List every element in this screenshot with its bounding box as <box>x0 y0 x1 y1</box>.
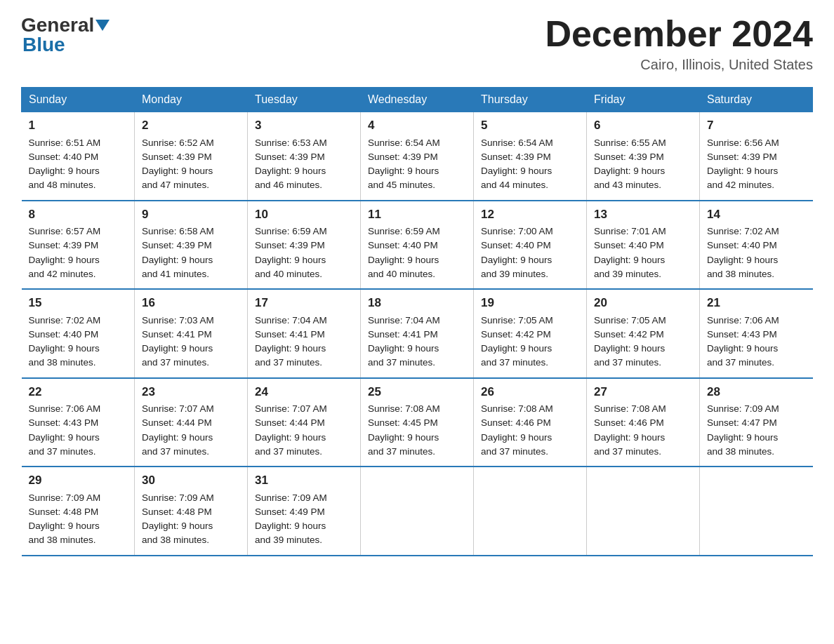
daylight-minutes: and 48 minutes. <box>29 180 96 190</box>
daylight-text: Daylight: 9 hours <box>29 166 100 176</box>
sunset-text: Sunset: 4:39 PM <box>142 152 212 162</box>
day-number: 23 <box>142 383 240 401</box>
daylight-text: Daylight: 9 hours <box>255 432 326 443</box>
daylight-minutes: and 38 minutes. <box>707 269 774 279</box>
sunset-text: Sunset: 4:40 PM <box>368 240 438 250</box>
calendar-cell: 26Sunrise: 7:08 AMSunset: 4:46 PMDayligh… <box>474 378 587 467</box>
daylight-text: Daylight: 9 hours <box>142 432 213 443</box>
calendar-cell: 13Sunrise: 7:01 AMSunset: 4:40 PMDayligh… <box>587 201 700 290</box>
day-number: 7 <box>707 116 806 135</box>
daylight-text: Daylight: 9 hours <box>368 343 439 354</box>
daylight-minutes: and 46 minutes. <box>255 180 322 190</box>
weekday-header-tuesday: Tuesday <box>248 88 361 112</box>
daylight-text: Daylight: 9 hours <box>255 521 326 531</box>
calendar-cell: 16Sunrise: 7:03 AMSunset: 4:41 PMDayligh… <box>135 289 248 378</box>
sunset-text: Sunset: 4:49 PM <box>255 507 325 517</box>
day-number: 12 <box>481 206 579 224</box>
sunset-text: Sunset: 4:39 PM <box>29 240 99 250</box>
sunset-text: Sunset: 4:44 PM <box>142 417 212 428</box>
daylight-text: Daylight: 9 hours <box>142 255 213 265</box>
daylight-minutes: and 38 minutes. <box>142 535 209 545</box>
daylight-text: Daylight: 9 hours <box>594 343 665 354</box>
day-number: 5 <box>481 116 579 135</box>
daylight-text: Daylight: 9 hours <box>255 255 326 265</box>
daylight-text: Daylight: 9 hours <box>29 255 100 265</box>
sunrise-text: Sunrise: 7:04 AM <box>368 315 440 326</box>
daylight-text: Daylight: 9 hours <box>707 255 778 265</box>
daylight-text: Daylight: 9 hours <box>142 166 213 176</box>
day-number: 29 <box>29 471 128 490</box>
day-number: 25 <box>368 383 466 401</box>
calendar-cell: 3Sunrise: 6:53 AMSunset: 4:39 PMDaylight… <box>248 112 361 201</box>
day-number: 19 <box>481 294 579 312</box>
sunset-text: Sunset: 4:39 PM <box>707 152 777 162</box>
daylight-text: Daylight: 9 hours <box>29 521 100 531</box>
daylight-minutes: and 37 minutes. <box>255 446 322 457</box>
calendar-cell: 9Sunrise: 6:58 AMSunset: 4:39 PMDaylight… <box>135 201 248 290</box>
day-number: 24 <box>255 383 353 401</box>
daylight-text: Daylight: 9 hours <box>29 343 100 354</box>
daylight-minutes: and 37 minutes. <box>368 446 435 457</box>
daylight-text: Daylight: 9 hours <box>481 166 552 176</box>
weekday-header-friday: Friday <box>587 88 700 112</box>
sunrise-text: Sunrise: 7:03 AM <box>142 315 214 326</box>
calendar-cell: 7Sunrise: 6:56 AMSunset: 4:39 PMDaylight… <box>700 112 813 201</box>
calendar-cell: 14Sunrise: 7:02 AMSunset: 4:40 PMDayligh… <box>700 201 813 290</box>
calendar-cell: 11Sunrise: 6:59 AMSunset: 4:40 PMDayligh… <box>361 201 474 290</box>
daylight-minutes: and 37 minutes. <box>481 357 548 368</box>
sunrise-text: Sunrise: 6:57 AM <box>29 226 101 236</box>
calendar-cell: 22Sunrise: 7:06 AMSunset: 4:43 PMDayligh… <box>22 378 135 467</box>
calendar-cell <box>587 467 700 556</box>
day-number: 18 <box>368 294 466 312</box>
sunrise-text: Sunrise: 6:55 AM <box>594 137 666 148</box>
daylight-text: Daylight: 9 hours <box>481 343 552 354</box>
calendar-cell: 17Sunrise: 7:04 AMSunset: 4:41 PMDayligh… <box>248 289 361 378</box>
sunset-text: Sunset: 4:41 PM <box>368 329 438 340</box>
calendar-cell: 15Sunrise: 7:02 AMSunset: 4:40 PMDayligh… <box>22 289 135 378</box>
daylight-minutes: and 37 minutes. <box>481 446 548 457</box>
daylight-text: Daylight: 9 hours <box>481 432 552 443</box>
daylight-minutes: and 37 minutes. <box>142 357 209 368</box>
calendar-cell: 5Sunrise: 6:54 AMSunset: 4:39 PMDaylight… <box>474 112 587 201</box>
sunrise-text: Sunrise: 7:07 AM <box>142 403 214 414</box>
daylight-minutes: and 44 minutes. <box>481 180 548 190</box>
calendar-cell: 20Sunrise: 7:05 AMSunset: 4:42 PMDayligh… <box>587 289 700 378</box>
daylight-minutes: and 40 minutes. <box>255 269 322 279</box>
calendar-cell: 27Sunrise: 7:08 AMSunset: 4:46 PMDayligh… <box>587 378 700 467</box>
sunset-text: Sunset: 4:39 PM <box>594 152 664 162</box>
month-title: December 2024 <box>545 14 813 54</box>
day-number: 6 <box>594 116 692 135</box>
daylight-minutes: and 37 minutes. <box>29 446 96 457</box>
page-header: General Blue December 2024 Cairo, Illino… <box>21 14 813 73</box>
daylight-text: Daylight: 9 hours <box>368 432 439 443</box>
calendar-table: SundayMondayTuesdayWednesdayThursdayFrid… <box>21 87 813 556</box>
sunrise-text: Sunrise: 6:54 AM <box>481 137 553 148</box>
sunrise-text: Sunrise: 7:09 AM <box>707 403 779 414</box>
day-number: 2 <box>142 116 240 135</box>
calendar-cell: 2Sunrise: 6:52 AMSunset: 4:39 PMDaylight… <box>135 112 248 201</box>
daylight-minutes: and 39 minutes. <box>255 535 322 545</box>
location: Cairo, Illinois, United States <box>545 57 813 73</box>
calendar-cell: 30Sunrise: 7:09 AMSunset: 4:48 PMDayligh… <box>135 467 248 556</box>
day-number: 21 <box>707 294 806 312</box>
sunset-text: Sunset: 4:40 PM <box>594 240 664 250</box>
sunrise-text: Sunrise: 6:59 AM <box>255 226 327 236</box>
sunset-text: Sunset: 4:42 PM <box>594 329 664 340</box>
day-number: 28 <box>707 383 806 401</box>
sunrise-text: Sunrise: 7:04 AM <box>255 315 327 326</box>
daylight-minutes: and 39 minutes. <box>594 269 661 279</box>
day-number: 20 <box>594 294 692 312</box>
sunrise-text: Sunrise: 7:00 AM <box>481 226 553 236</box>
sunrise-text: Sunrise: 7:02 AM <box>29 315 101 326</box>
day-number: 1 <box>29 116 128 135</box>
sunset-text: Sunset: 4:40 PM <box>29 329 99 340</box>
calendar-cell: 28Sunrise: 7:09 AMSunset: 4:47 PMDayligh… <box>700 378 813 467</box>
sunrise-text: Sunrise: 6:58 AM <box>142 226 214 236</box>
calendar-cell <box>474 467 587 556</box>
calendar-cell: 24Sunrise: 7:07 AMSunset: 4:44 PMDayligh… <box>248 378 361 467</box>
day-number: 15 <box>29 294 128 312</box>
daylight-minutes: and 45 minutes. <box>368 180 435 190</box>
sunset-text: Sunset: 4:43 PM <box>29 417 99 428</box>
calendar-cell: 25Sunrise: 7:08 AMSunset: 4:45 PMDayligh… <box>361 378 474 467</box>
daylight-text: Daylight: 9 hours <box>142 521 213 531</box>
